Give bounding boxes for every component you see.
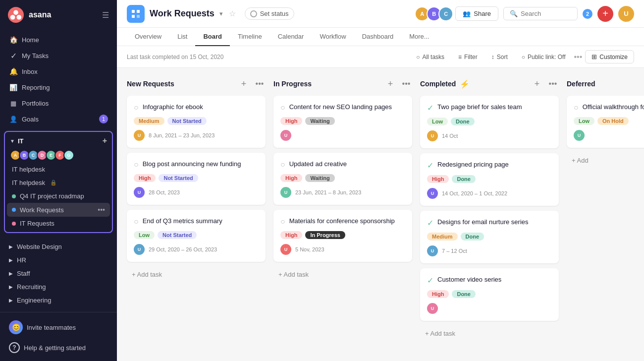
tab-more[interactable]: More... — [401, 28, 437, 46]
sidebar-item-portfolios[interactable]: ▦ Portfolios — [4, 95, 113, 111]
column-completed: Completed ⚡ + ••• ✓ Two page brief for s… — [420, 78, 559, 341]
sidebar-item-q4-roadmap[interactable]: Q4 IT project roadmap — [7, 189, 110, 203]
tab-overview[interactable]: Overview — [127, 28, 169, 46]
sidebar-item-it-requests[interactable]: IT Requests — [7, 217, 110, 230]
sidebar-item-my-tasks[interactable]: ✓ My Tasks — [4, 48, 113, 63]
it-section-header[interactable]: ▼ IT + — [7, 134, 110, 148]
card-title-row: ✓ Customer video series — [427, 275, 552, 285]
sidebar-group-website-design[interactable]: ▶ Website Design — [4, 240, 113, 253]
card-card-8[interactable]: ✓ Redesigned pricing page HighDone U 14 … — [420, 153, 559, 206]
card-title-text: Official walkthrough for candidates — [583, 103, 644, 112]
card-title-row: ○ Materials for conference sponsorship — [280, 217, 405, 226]
customize-button[interactable]: ⊞ Customize — [585, 50, 634, 63]
filter-icon: ≡ — [458, 54, 462, 60]
sidebar-item-work-requests[interactable]: Work Requests ••• — [7, 203, 110, 217]
svg-rect-5 — [132, 15, 135, 18]
all-tasks-label: All tasks — [422, 54, 444, 60]
check-circle-icon: ○ — [134, 103, 139, 112]
column-add-icon-in-progress[interactable]: + — [384, 78, 396, 90]
toolbar-right: ○ All tasks ≡ Filter ↕ Sort ○ Public lin… — [411, 50, 634, 63]
tag-waiting: Waiting — [305, 174, 334, 182]
search-input[interactable] — [521, 10, 560, 17]
card-card-4[interactable]: ○ Content for new SEO landing pages High… — [273, 96, 412, 148]
add-task-button-completed[interactable]: + Add task — [420, 326, 559, 341]
it-add-icon[interactable]: + — [103, 136, 107, 145]
all-tasks-button[interactable]: ○ All tasks — [411, 51, 450, 63]
card-title-row: ✓ Two page brief for sales team — [427, 103, 552, 113]
sidebar-item-reporting[interactable]: 📊 Reporting — [4, 79, 113, 95]
card-tags: MediumNot Started — [134, 117, 259, 125]
sidebar-group-engineering[interactable]: ▶ Engineering — [4, 294, 113, 307]
title-dropdown-icon[interactable]: ▾ — [219, 10, 223, 17]
search-icon: 🔍 — [510, 10, 518, 17]
notification-badge[interactable]: 2 — [583, 9, 592, 19]
tag-high: High — [427, 290, 449, 298]
card-footer: U — [574, 130, 644, 141]
it-avatar-group: A B C D E F G — [7, 148, 110, 163]
column-header-new-requests: New Requests + ••• — [127, 78, 266, 96]
card-tags: MediumDone — [427, 233, 552, 241]
card-card-11[interactable]: ○ Official walkthrough for candidates Lo… — [567, 96, 644, 148]
work-requests-more-icon[interactable]: ••• — [98, 206, 105, 214]
card-card-5[interactable]: ○ Updated ad creative HighWaiting U 23 J… — [273, 153, 412, 205]
column-add-icon-completed[interactable]: + — [531, 78, 543, 90]
public-link-button[interactable]: ○ Public link: Off — [516, 51, 571, 63]
card-card-9[interactable]: ✓ Designs for email nurture series Mediu… — [420, 211, 559, 263]
tab-workflow[interactable]: Workflow — [312, 28, 354, 46]
tab-calendar[interactable]: Calendar — [270, 28, 312, 46]
help-label: Help & getting started — [24, 344, 86, 352]
menu-icon[interactable]: ☰ — [102, 10, 109, 20]
sidebar-group-hr[interactable]: ▶ HR — [4, 253, 113, 267]
search-box[interactable]: 🔍 — [503, 7, 578, 20]
add-task-button-new-requests[interactable]: + Add task — [127, 267, 266, 282]
set-status-button[interactable]: Set status — [245, 7, 294, 20]
column-new-requests: New Requests + ••• ○ Infographic for ebo… — [127, 78, 266, 282]
tab-dashboard[interactable]: Dashboard — [354, 28, 402, 46]
sidebar-item-it-helpdesk-2[interactable]: IT helpdesk 🔒 — [7, 176, 110, 189]
sidebar-sub-label-it-helpdesk-2: IT helpdesk — [12, 179, 45, 186]
sidebar-group-staff[interactable]: ▶ Staff — [4, 267, 113, 280]
column-more-icon-in-progress[interactable]: ••• — [400, 78, 412, 90]
add-task-button-in-progress[interactable]: + Add task — [273, 267, 412, 282]
sidebar-item-goals[interactable]: 👤 Goals 1 — [4, 111, 113, 127]
card-card-7[interactable]: ✓ Two page brief for sales team LowDone … — [420, 96, 559, 148]
it-chevron-icon: ▼ — [10, 138, 15, 144]
tag-low: Low — [134, 231, 155, 239]
it-requests-dot-icon — [12, 222, 16, 226]
star-icon[interactable]: ☆ — [229, 9, 236, 18]
customize-icon: ⊞ — [591, 53, 597, 60]
help-button[interactable]: ? Help & getting started — [4, 338, 113, 357]
filter-button[interactable]: ≡ Filter — [453, 51, 483, 63]
user-avatar[interactable]: U — [618, 6, 634, 22]
tag-done: Done — [452, 290, 476, 298]
add-task-button-deferred[interactable]: + Add — [567, 153, 644, 168]
column-more-icon-new-requests[interactable]: ••• — [254, 78, 266, 90]
card-card-10[interactable]: ✓ Customer video series HighDone U — [420, 268, 559, 321]
tag-not-started: Not Started — [158, 231, 197, 239]
project-icon — [127, 5, 145, 23]
card-card-6[interactable]: ○ Materials for conference sponsorship H… — [273, 210, 412, 262]
card-card-1[interactable]: ○ Infographic for ebook MediumNot Starte… — [127, 96, 266, 148]
card-card-2[interactable]: ○ Blog post announcing new funding HighN… — [127, 153, 266, 205]
column-add-icon-new-requests[interactable]: + — [238, 78, 250, 90]
chevron-right-icon-hr: ▶ — [9, 257, 13, 263]
sidebar-item-inbox[interactable]: 🔔 Inbox — [4, 63, 113, 79]
card-title-row: ○ Updated ad creative — [280, 160, 405, 169]
card-card-3[interactable]: ○ End of Q3 metrics summary LowNot Start… — [127, 210, 266, 262]
sort-button[interactable]: ↕ Sort — [486, 51, 513, 63]
more-options-icon[interactable]: ••• — [574, 53, 583, 61]
sidebar-item-it-helpdesk-1[interactable]: IT helpdesk — [7, 163, 110, 176]
check-circle-icon: ○ — [134, 217, 139, 226]
share-button[interactable]: 👥 Share — [455, 6, 498, 21]
tag-not-started: Not Started — [167, 117, 207, 125]
sidebar-item-home[interactable]: 🏠 Home — [4, 32, 113, 48]
sidebar-group-recruiting[interactable]: ▶ Recruiting — [4, 280, 113, 294]
tab-timeline[interactable]: Timeline — [230, 28, 270, 46]
tab-list[interactable]: List — [169, 28, 195, 46]
column-more-icon-completed[interactable]: ••• — [547, 78, 559, 90]
tab-board[interactable]: Board — [195, 28, 230, 46]
invite-teammates-button[interactable]: 😊 Invite teammates — [4, 316, 113, 338]
check-icon: ✓ — [9, 51, 18, 60]
invite-avatar-icon: 😊 — [9, 320, 23, 334]
add-button[interactable]: + — [597, 6, 613, 22]
